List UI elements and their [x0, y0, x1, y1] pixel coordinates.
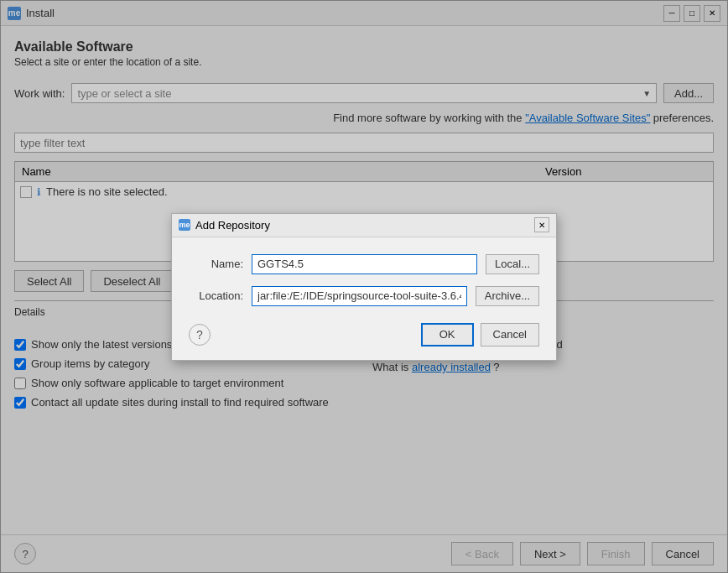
modal-name-row: Name: Local...: [189, 254, 539, 274]
modal-app-icon: me: [179, 219, 190, 231]
modal-archive-button[interactable]: Archive...: [476, 286, 539, 306]
modal-title: Add Repository: [195, 219, 270, 232]
modal-location-input[interactable]: [252, 286, 467, 306]
modal-name-label: Name:: [189, 258, 243, 270]
modal-ok-button[interactable]: OK: [421, 323, 474, 346]
modal-footer-right: OK Cancel: [421, 323, 539, 346]
modal-content: Name: Local... Location: Archive...: [172, 237, 556, 320]
modal-help-button[interactable]: ?: [189, 324, 211, 346]
modal-name-input[interactable]: [252, 254, 477, 274]
modal-overlay: me Add Repository ✕ Name: Local... Locat…: [0, 0, 728, 573]
add-repository-dialog: me Add Repository ✕ Name: Local... Locat…: [171, 213, 557, 361]
modal-location-row: Location: Archive...: [189, 286, 539, 306]
modal-close-button[interactable]: ✕: [534, 217, 549, 232]
modal-location-label: Location:: [189, 289, 243, 302]
modal-cancel-button[interactable]: Cancel: [481, 323, 539, 346]
modal-title-bar: me Add Repository ✕: [172, 214, 556, 237]
modal-title-left: me Add Repository: [179, 219, 270, 232]
modal-footer: ? OK Cancel: [172, 320, 556, 360]
modal-local-button[interactable]: Local...: [486, 254, 539, 274]
